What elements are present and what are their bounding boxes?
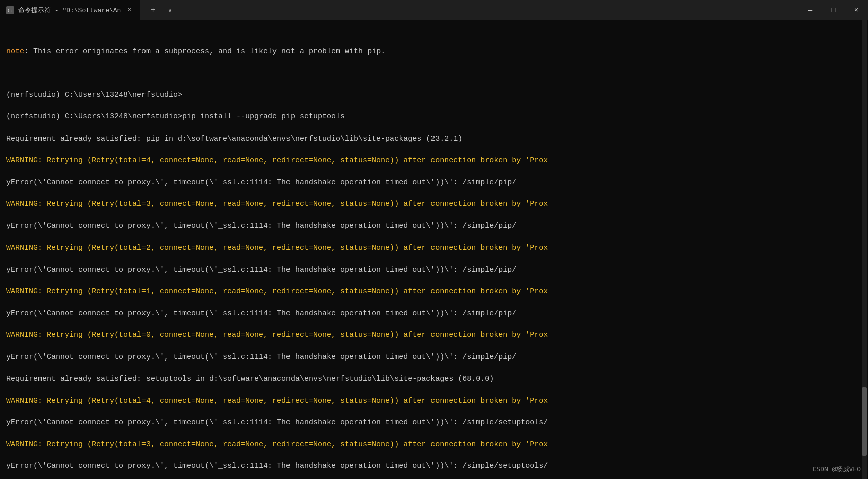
terminal-line: WARNING: Retrying (Retry(total=1, connec… <box>6 286 862 297</box>
tab-title: 命令提示符 - "D:\Software\An <box>18 6 121 15</box>
terminal-line: WARNING: Retrying (Retry(total=3, connec… <box>6 439 862 450</box>
terminal-line: yError(\'Cannot connect to proxy.\', tim… <box>6 417 862 428</box>
terminal-line: Requirement already satisfied: pip in d:… <box>6 134 862 145</box>
terminal-line: yError(\'Cannot connect to proxy.\', tim… <box>6 265 862 276</box>
terminal-line: (nerfstudio) C:\Users\13248\nerfstudio>p… <box>6 111 862 123</box>
terminal-content: note: This error originates from a subpr… <box>6 24 862 479</box>
minimize-button[interactable]: — <box>799 0 822 20</box>
terminal-line: (nerfstudio) C:\Users\13248\nerfstudio> <box>6 90 862 101</box>
terminal-line: WARNING: Retrying (Retry(total=4, connec… <box>6 396 862 407</box>
terminal-line: note: This error originates from a subpr… <box>6 46 862 57</box>
window-controls: — □ × <box>799 0 868 20</box>
terminal-line: WARNING: Retrying (Retry(total=2, connec… <box>6 243 862 254</box>
close-button[interactable]: × <box>845 0 868 20</box>
scrollbar-thumb[interactable] <box>862 387 867 456</box>
maximize-button[interactable]: □ <box>822 0 845 20</box>
terminal-tab[interactable]: C: 命令提示符 - "D:\Software\An × <box>0 0 140 20</box>
terminal-window: C: 命令提示符 - "D:\Software\An × + ∨ — □ × n… <box>0 0 868 479</box>
dropdown-button[interactable]: ∨ <box>163 3 177 17</box>
terminal-line: WARNING: Retrying (Retry(total=4, connec… <box>6 155 862 166</box>
titlebar-left: C: 命令提示符 - "D:\Software\An × + ∨ <box>0 0 181 20</box>
terminal-tab-icon: C: <box>6 6 14 14</box>
terminal-line <box>6 68 862 79</box>
terminal-line: yError(\'Cannot connect to proxy.\', tim… <box>6 221 862 232</box>
tab-close-button[interactable]: × <box>125 6 134 15</box>
terminal-line: WARNING: Retrying (Retry(total=3, connec… <box>6 199 862 210</box>
watermark: CSDN @杨威VEO <box>813 465 861 474</box>
scrollbar[interactable] <box>862 20 867 479</box>
new-tab-button[interactable]: + <box>144 2 161 18</box>
terminal-body[interactable]: note: This error originates from a subpr… <box>0 20 868 479</box>
terminal-line: yError(\'Cannot connect to proxy.\', tim… <box>6 177 862 188</box>
terminal-line: yError(\'Cannot connect to proxy.\', tim… <box>6 308 862 319</box>
terminal-line: WARNING: Retrying (Retry(total=0, connec… <box>6 330 862 341</box>
svg-text:C:: C: <box>8 8 13 13</box>
terminal-line: yError(\'Cannot connect to proxy.\', tim… <box>6 352 862 363</box>
terminal-line: Requirement already satisfied: setuptool… <box>6 374 862 385</box>
titlebar-actions: + ∨ <box>140 0 181 20</box>
titlebar: C: 命令提示符 - "D:\Software\An × + ∨ — □ × <box>0 0 868 20</box>
terminal-line: yError(\'Cannot connect to proxy.\', tim… <box>6 461 862 472</box>
